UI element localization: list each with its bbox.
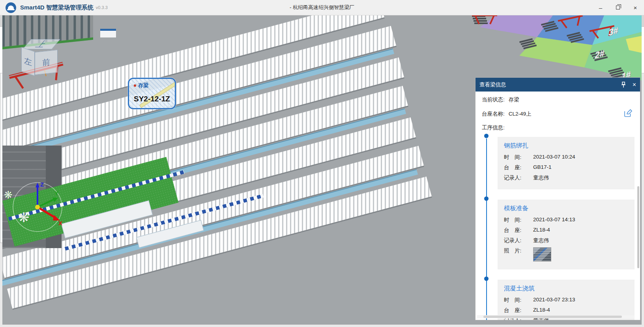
app-name: Smart4D 智慧梁场管理系统 xyxy=(20,4,94,11)
axis-z-label: Z xyxy=(40,181,44,188)
beam-info-panel: 查看梁信息 × 当前状态: 存梁 台座名称: CL2-49上 工序信息: xyxy=(475,77,640,320)
application-window: Smart4D 智慧梁场管理系统 v0.3.3 - 杭绍甬高速绍兴侧智慧梁厂 –… xyxy=(0,0,644,327)
nav-cube-front[interactable]: 前 xyxy=(35,50,58,75)
callout-beam-id: SY2-12-1Z xyxy=(134,95,170,103)
edit-button[interactable] xyxy=(623,109,632,119)
nav-cube[interactable]: 上 左 前 xyxy=(21,39,65,86)
gate-house xyxy=(100,29,116,37)
status-dot xyxy=(134,84,136,87)
timeline-line xyxy=(486,138,487,320)
restore-button[interactable] xyxy=(609,0,627,15)
step-recorder: 童志伟 xyxy=(533,174,549,181)
current-status-value: 存梁 xyxy=(509,96,519,103)
step-pedestal: ZL18-4 xyxy=(533,227,550,234)
process-timeline: 钢筋绑扎 时 间:2021-03-07 10:24 台 座:GB17-1 记录人… xyxy=(482,137,635,320)
process-photo-thumbnail[interactable] xyxy=(533,247,551,262)
viewport-panel: 三维视图 × xyxy=(0,0,262,243)
edit-pencil-icon xyxy=(623,109,632,118)
app-logo-icon xyxy=(6,2,16,13)
process-step-card: 混凝土浇筑 时 间:2021-03-07 23:13 台 座:ZL18-4 记录… xyxy=(498,280,635,320)
step-title[interactable]: 模板准备 xyxy=(504,204,629,213)
close-icon[interactable]: × xyxy=(633,82,636,88)
step-time: 2021-03-07 10:24 xyxy=(533,154,575,161)
restore-icon xyxy=(616,6,620,9)
axis-gizmo: Z Y X xyxy=(8,176,67,235)
step-time: 2021-03-07 23:13 xyxy=(533,297,575,304)
step-title[interactable]: 混凝土浇筑 xyxy=(504,284,629,293)
process-step-card: 模板准备 时 间:2021-03-07 14:13 台 座:ZL18-4 记录人… xyxy=(498,200,635,269)
current-status-row: 当前状态: 存梁 xyxy=(482,96,635,103)
process-info-label: 工序信息: xyxy=(482,124,635,131)
nav-cube-top[interactable]: 上 xyxy=(22,39,60,49)
app-version: v0.3.3 xyxy=(96,5,108,10)
vertical-scrollbar[interactable] xyxy=(637,96,640,311)
close-button[interactable]: × xyxy=(627,0,644,15)
panel-title: 查看梁信息 xyxy=(479,81,506,88)
pedestal-name-row: 台座名称: CL2-49上 xyxy=(482,109,635,119)
step-pedestal: GB17-1 xyxy=(533,164,552,171)
step-recorder: 童志伟 xyxy=(533,237,549,244)
minimize-button[interactable]: – xyxy=(592,0,609,15)
beam-info-panel-header: 查看梁信息 × xyxy=(476,78,640,92)
process-step-card: 钢筋绑扎 时 间:2021-03-07 10:24 台 座:GB17-1 记录人… xyxy=(498,137,635,189)
step-title[interactable]: 钢筋绑扎 xyxy=(504,142,629,150)
axis-x-label: X xyxy=(58,220,62,226)
axis-y-label: Y xyxy=(54,190,58,196)
beam-callout: 存梁 SY2-12-1Z xyxy=(128,78,176,109)
step-pedestal: ZL18-4 xyxy=(533,307,550,314)
pedestal-name-value: CL2-49上 xyxy=(509,110,532,118)
horizontal-scrollbar[interactable] xyxy=(477,315,635,318)
callout-status: 存梁 xyxy=(138,82,148,89)
title-bar: Smart4D 智慧梁场管理系统 v0.3.3 - 杭绍甬高速绍兴侧智慧梁厂 –… xyxy=(0,0,644,15)
pin-icon[interactable] xyxy=(621,82,626,88)
step-time: 2021-03-07 14:13 xyxy=(533,217,575,224)
nav-cube-left[interactable]: 左 xyxy=(21,47,35,76)
